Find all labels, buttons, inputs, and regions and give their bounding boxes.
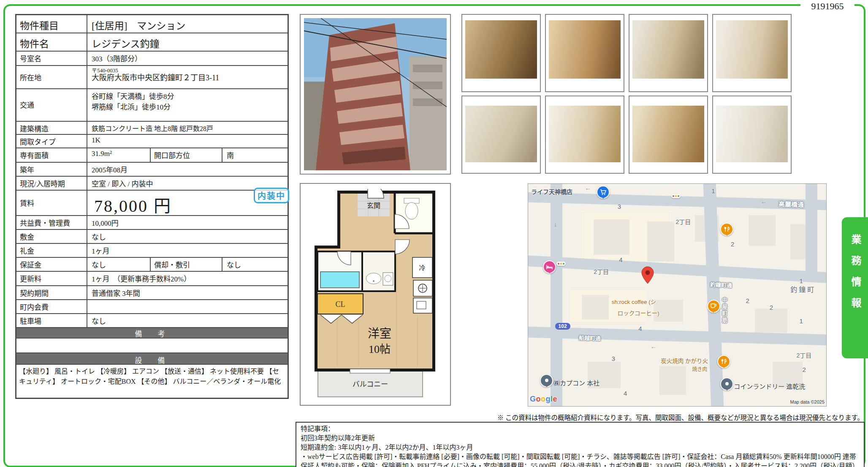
row-label: 号室名	[16, 52, 87, 65]
block-number: 3	[612, 355, 615, 362]
block-number: 4	[624, 390, 627, 397]
disclaimer-note: ※ この資料は物件の概略紹介資料になります。写真、間取図面、設備、概要などが現況…	[357, 412, 864, 422]
table-row-rent: 賃料 78,000 円	[16, 191, 288, 216]
row-value: なし	[87, 230, 288, 243]
chome-label-w: 2丁目	[594, 267, 609, 276]
google-logo: Google	[530, 395, 557, 404]
place-pin-icon	[540, 374, 553, 387]
row-label: 専有面積	[16, 148, 87, 162]
google-logo-letter: g	[546, 395, 551, 403]
traffic-light-icon	[556, 262, 566, 266]
road-far-east-vertical	[806, 183, 817, 281]
row-label: 町内会費	[16, 300, 87, 313]
map-copyright: Map data ©2025	[790, 399, 825, 404]
coffee-shop-label-2: ロックコーヒー)	[618, 309, 659, 317]
table-row: 更新料 1ヶ月 （更新事務手数料20%）	[16, 272, 288, 286]
row-value: レジデンス釣鐘	[87, 33, 288, 51]
block-number: 3	[618, 203, 621, 210]
table-row: 号室名 303（3階部分）	[16, 52, 288, 66]
notes-line: 短期違約金: 3年以内1ヶ月、2年以内2か月、1年以内3ヶ月	[301, 443, 860, 452]
table-row: 共益費・管理費 10,000円	[16, 216, 288, 230]
document-id-patch: 9191965	[800, 0, 854, 13]
google-logo-letter: G	[530, 395, 536, 403]
row-value: 2005年08月	[87, 163, 288, 176]
table-row: 物件名 レジデンス釣鐘	[16, 33, 288, 52]
laundry-label: コインランドリー 進乾洗	[734, 382, 805, 391]
remarks-text	[16, 339, 288, 352]
table-row: 現況/入居時期 空室 / 即入 / 内装中	[16, 177, 288, 191]
row-value: 10,000円	[87, 216, 288, 229]
row-value: 1ヶ月	[87, 244, 288, 257]
row-sublabel: 償却・敷引	[151, 258, 222, 271]
block-number: 2	[770, 304, 773, 311]
address-text: 大阪府大阪市中央区釣鐘町２丁目3-11	[92, 74, 288, 83]
row-label: 駐車場	[16, 314, 87, 327]
row-subvalue: 南	[222, 148, 288, 162]
block-number: 1	[799, 277, 803, 284]
postal-code: 〒540-0035	[92, 68, 288, 74]
map-building	[659, 366, 686, 395]
road-arrow-icon: ←	[585, 184, 591, 191]
capcom-label: ㈱カプコン 本社	[553, 378, 599, 387]
transport-line-1: 谷町線「天満橋」徒歩8分	[92, 90, 288, 101]
road-west-vertical	[551, 183, 562, 407]
row-value: [住居用] マンション	[87, 15, 288, 33]
special-notes-box: 特記事項： 初回3年契約以降2年更新 短期違約金: 3年以内1ヶ月、2年以内2か…	[296, 422, 865, 467]
equipment-header: 設 備	[16, 353, 288, 365]
route-shield: 102	[555, 323, 570, 330]
row-value: 31.9m²	[87, 148, 151, 162]
interior-work-badge: 内装中	[254, 188, 289, 203]
google-logo-letter: e	[553, 395, 558, 403]
notes-line: 初回3年契約以降2年更新	[301, 434, 860, 443]
notes-title: 特記事項：	[301, 424, 860, 434]
block-number: 2	[746, 297, 749, 304]
row-label: 物件名	[16, 33, 87, 51]
row-value: なし	[87, 314, 288, 327]
property-flyer-page: 9191965 物件種目 [住居用] マンション 物件名 レジデンス釣鐘 号室名…	[0, 0, 868, 467]
notes-line: ・webサービス広告掲載 [許可]・転載事前連絡 [必要]・画像の転載 [可能]…	[301, 452, 860, 467]
row-label: 契約期間	[16, 286, 87, 299]
row-label: 物件種目	[16, 15, 87, 33]
restaurant-icon-ne	[720, 223, 733, 236]
row-subvalue: なし	[222, 258, 288, 271]
row-label: 築年	[16, 163, 87, 176]
row-label: 礼金	[16, 244, 87, 257]
row-value: 303（3階部分）	[87, 52, 288, 65]
row-value: なし	[87, 258, 151, 271]
table-row-address: 所在地 〒540-0035 大阪府大阪市中央区釣鐘町２丁目3-11	[16, 66, 288, 89]
location-map: ← ← ↓ ← ↓ ライフ天神橋店 高麗橋通 釣鐘町通 船越町通 中屋町筋 釣鐘…	[528, 183, 827, 407]
map-building	[749, 215, 776, 246]
row-label: 更新料	[16, 272, 87, 285]
row-label: 保証金	[16, 258, 87, 271]
table-row: 間取タイプ 1K	[16, 135, 288, 148]
row-label: 間取タイプ	[16, 135, 87, 147]
block-number: 1	[711, 187, 715, 194]
row-label: 交通	[16, 89, 87, 121]
table-row-deposit: 保証金 なし 償却・敷引 なし	[16, 258, 288, 272]
block-number: 2	[803, 366, 806, 373]
transport-line-2: 堺筋線「北浜」徒歩10分	[92, 101, 288, 112]
road-arrow-icon: ←	[761, 198, 767, 205]
equipment-text: 【水廻り】 風呂・トイレ 【冷暖房】 エアコン 【放送・通信】 ネット使用料不要…	[16, 365, 288, 398]
table-row: 物件種目 [住居用] マンション	[16, 15, 288, 33]
table-row: 契約期間 普通借家 3年間	[16, 286, 288, 300]
row-label: 所在地	[16, 66, 87, 88]
block-number: 1	[799, 317, 803, 325]
row-label: 共益費・管理費	[16, 216, 87, 229]
chome-label-se: 2丁目	[796, 351, 811, 359]
block-number: 4	[638, 325, 642, 332]
map-building	[594, 219, 629, 255]
remarks-header: 備 考	[16, 328, 288, 339]
row-value: 〒540-0035 大阪府大阪市中央区釣鐘町２丁目3-11	[87, 66, 288, 88]
traffic-light-icon	[671, 194, 681, 198]
town-label: 釣鐘町	[790, 284, 816, 294]
row-value	[87, 300, 288, 313]
row-sublabel: 開口部方位	[151, 148, 222, 162]
table-row-transport: 交通 谷町線「天満橋」徒歩8分 堺筋線「北浜」徒歩10分	[16, 89, 288, 122]
road-tsuriganecho-dori	[528, 255, 827, 284]
row-label: 現況/入居時期	[16, 177, 87, 190]
remarks-body	[16, 339, 288, 353]
chome-label-ne: 2丁目	[675, 217, 691, 226]
row-label: 賃料	[16, 191, 87, 215]
document-id: 9191965	[811, 1, 844, 12]
